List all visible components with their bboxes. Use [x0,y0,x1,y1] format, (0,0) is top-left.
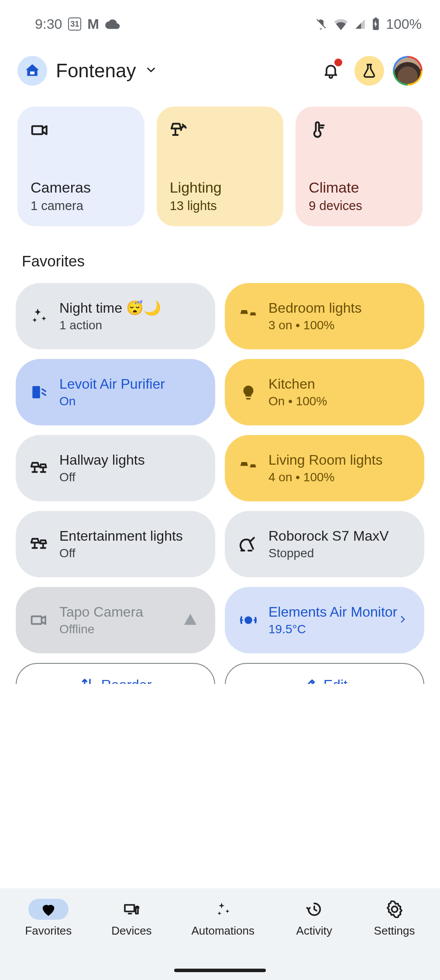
pencil-icon [302,677,317,684]
nav-activity[interactable]: Activity [291,899,338,938]
nav-automations[interactable]: Automations [188,899,258,938]
svg-rect-3 [32,386,40,398]
thermostat-icon [309,121,328,140]
nav-label: Devices [111,924,151,938]
warning-icon [183,612,198,628]
bulb-icon [238,383,259,401]
fav-title: Bedroom lights [268,300,361,316]
fav-title: Roborock S7 MaxV [268,528,389,544]
chevron-down-icon [144,63,158,78]
fav-title: Living Room lights [268,452,382,468]
fav-title: Elements Air Monitor [268,604,397,620]
fav-subtitle: Off [59,470,145,485]
nav-label: Favorites [25,924,72,938]
category-subtitle: 9 devices [309,199,409,213]
home-selector[interactable]: Fontenay [56,60,158,82]
edit-label: Edit [323,677,347,684]
fav-title: Entertainment lights [59,528,183,544]
fav-subtitle: Offline [59,622,143,637]
account-avatar[interactable] [393,56,423,86]
gesture-handle[interactable] [174,969,266,972]
devices-icon [123,901,140,918]
fav-title: Levoit Air Purifier [59,376,165,392]
fav-levoit-purifier[interactable]: Levoit Air Purifier On [16,359,215,425]
cloud-icon [105,19,120,29]
fav-subtitle: Off [59,546,183,561]
reorder-label: Reorder [101,677,152,684]
reorder-icon [79,677,95,684]
fav-title: Tapo Camera [59,604,143,620]
category-cameras[interactable]: Cameras 1 camera [17,107,144,226]
lamp-group-icon [238,459,259,477]
category-lighting[interactable]: Lighting 13 lights [157,107,284,226]
svg-rect-1 [375,17,377,19]
category-subtitle: 13 lights [170,199,271,213]
chevron-right-icon [397,614,409,627]
lamp-icon [170,121,189,140]
category-title: Lighting [170,179,271,196]
bottom-nav: Favorites Devices Automations Activity S… [0,888,440,980]
sparkles-icon [214,901,232,918]
camera-icon [31,121,50,140]
home-name: Fontenay [56,60,136,82]
nav-label: Settings [374,924,415,938]
fav-bedroom-lights[interactable]: Bedroom lights 3 on • 100% [225,283,424,349]
fav-roborock[interactable]: Roborock S7 MaxV Stopped [225,511,424,577]
fav-subtitle: 19.5°C [268,622,397,637]
fav-entertainment-lights[interactable]: Entertainment lights Off [16,511,215,577]
fav-title: Hallway lights [59,452,145,468]
camera-icon [29,611,50,629]
nav-devices[interactable]: Devices [108,899,155,938]
fav-tapo-camera[interactable]: Tapo Camera Offline [16,587,215,653]
svg-rect-2 [30,72,34,75]
battery-percent: 100% [386,16,422,32]
fav-subtitle: 1 action [59,318,161,333]
lamp-group-icon [29,535,50,553]
nav-label: Automations [191,924,254,938]
air-sensor-icon [238,611,259,629]
fav-title: Night time 😴🌙 [59,300,161,316]
fav-subtitle: 4 on • 100% [268,470,382,485]
category-climate[interactable]: Climate 9 devices [296,107,423,226]
category-title: Climate [309,179,409,196]
fav-subtitle: On • 100% [268,394,327,409]
category-title: Cameras [31,179,131,196]
notifications-button[interactable] [316,56,346,86]
battery-charging-icon [372,17,380,31]
sparkle-icon [29,307,50,325]
nav-favorites[interactable]: Favorites [21,899,75,938]
vacuum-icon [238,535,259,554]
category-subtitle: 1 camera [31,199,131,213]
wifi-icon [333,18,348,30]
air-purifier-icon [29,383,50,401]
fav-elements-air-monitor[interactable]: Elements Air Monitor 19.5°C [225,587,424,653]
fav-night-time[interactable]: Night time 😴🌙 1 action [16,283,215,349]
notification-dot-icon [334,59,342,66]
fav-subtitle: Stopped [268,546,389,561]
history-icon [306,901,323,918]
nav-label: Activity [296,924,332,938]
fav-kitchen[interactable]: Kitchen On • 100% [225,359,424,425]
gear-icon [386,901,403,918]
fav-living-room-lights[interactable]: Living Room lights 4 on • 100% [225,435,424,501]
fav-title: Kitchen [268,376,327,392]
vibrate-off-icon [314,17,327,31]
fav-subtitle: 3 on • 100% [268,318,361,333]
lamp-group-icon [29,459,50,477]
calendar-icon: 31 [68,17,81,31]
lamp-group-icon [238,307,259,325]
home-icon [17,56,47,86]
fav-subtitle: On [59,394,165,409]
signal-icon [354,18,366,30]
edit-button[interactable]: Edit [225,663,424,684]
svg-point-4 [244,616,252,624]
status-time: 9:30 [35,16,62,32]
fav-hallway-lights[interactable]: Hallway lights Off [16,435,215,501]
status-bar: 9:30 31 M 100% [0,0,440,35]
heart-icon [40,901,57,918]
reorder-button[interactable]: Reorder [16,663,215,684]
nav-settings[interactable]: Settings [371,899,419,938]
gmail-icon: M [87,16,99,32]
favorites-heading: Favorites [0,226,440,283]
labs-button[interactable] [354,56,384,86]
